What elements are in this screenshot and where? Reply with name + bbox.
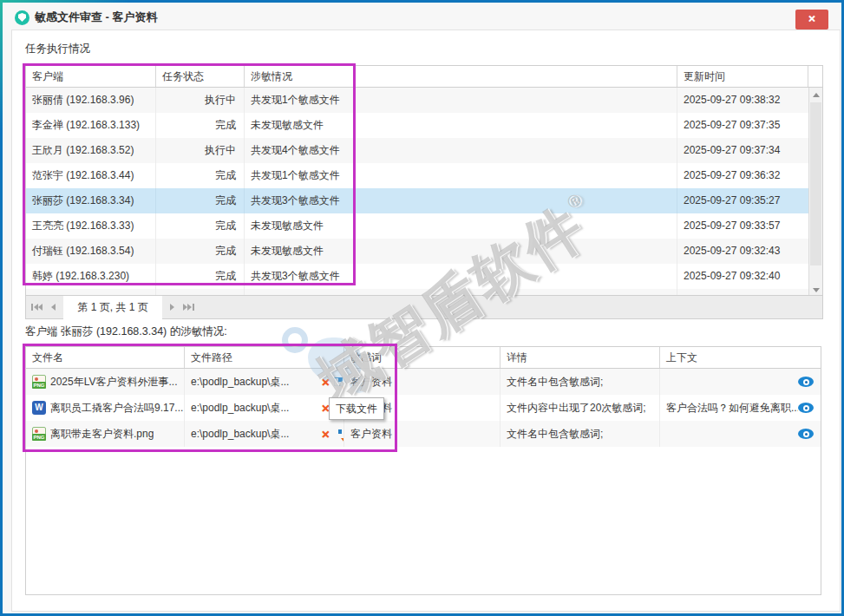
filepath-cell: e:\podlp_backup\桌... +: [185, 421, 344, 447]
context-cell: [660, 369, 821, 395]
column-header-sensitive: 涉敏情况: [245, 66, 677, 87]
filepath-text: e:\podlp_backup\桌...: [191, 421, 319, 447]
last-page-arrow2-icon: [187, 304, 192, 311]
updated-cell: 2025-09-27 09:37:35: [677, 113, 808, 138]
column-header-filename: 文件名: [26, 347, 185, 368]
file-table-rows: 2025年LV客户资料外泄事... e:\podlp_backup\桌... +: [26, 369, 821, 447]
task-table-header: 客户端 任务状态 涉敏情况 更新时间: [26, 66, 822, 88]
filename-cell: 离职员工撬客户合法吗9.17...: [26, 395, 185, 421]
table-row[interactable]: 韩婷 (192.168.3.230) 完成 共发现3个敏感文件 2025-09-…: [26, 264, 808, 289]
sensitive-cell: 共发现1个敏感文件: [245, 88, 677, 113]
file-type-icon: [32, 427, 46, 441]
status-cell: 执行中: [156, 138, 245, 163]
client-cell: 付瑞钰 (192.168.3.54): [26, 239, 156, 264]
updated-cell: 2025-09-27 09:36:32: [677, 163, 808, 188]
table-row[interactable]: 付瑞钰 (192.168.3.54) 完成 未发现敏感文件 2025-09-27…: [26, 239, 808, 264]
view-context-eye-icon[interactable]: [798, 403, 814, 413]
last-page-button[interactable]: [179, 296, 200, 318]
last-page-icon: [193, 304, 194, 311]
page-indicator: 第 1 页, 共 1 页: [63, 296, 162, 319]
filepath-text: e:\podlp_backup\桌...: [191, 395, 319, 421]
client-cell: 王欣月 (192.168.3.52): [26, 138, 156, 163]
client-detail-section-title: 客户端 张丽莎 (192.168.3.34) 的涉敏情况:: [25, 324, 227, 339]
first-page-button[interactable]: [26, 296, 47, 318]
client-cell: 王亮亮 (192.168.3.33): [26, 213, 156, 239]
task-table-body: 张丽倩 (192.168.3.96) 执行中 共发现1个敏感文件 2025-09…: [26, 88, 822, 297]
updated-cell: 2025-09-27 09:35:27: [677, 188, 808, 213]
view-context-eye-icon[interactable]: [798, 377, 814, 387]
table-row[interactable]: 张丽莎 (192.168.3.34) 完成 共发现3个敏感文件 2025-09-…: [26, 188, 808, 213]
next-page-icon: [170, 304, 174, 311]
file-table-header: 文件名 文件路径 敏感词 详情 上下文: [26, 347, 821, 369]
filepath-cell: e:\podlp_backup\桌... +: [185, 395, 344, 421]
table-row[interactable]: 王欣月 (192.168.3.52) 执行中 共发现4个敏感文件 2025-09…: [26, 138, 808, 163]
file-row[interactable]: 2025年LV客户资料外泄事... e:\podlp_backup\桌... +: [26, 369, 821, 395]
title-bar: 敏感文件审查 - 客户资料 +: [5, 5, 839, 29]
keyword-cell: 客户资料: [344, 421, 501, 447]
first-page-icon: [31, 304, 33, 311]
status-cell: 完成: [156, 188, 245, 213]
view-context-eye-icon[interactable]: [798, 429, 814, 439]
sensitive-file-review-window: 敏感文件审查 - 客户资料 + 任务执行情况 客户端 任务状态 涉敏情况 更新时…: [0, 0, 844, 616]
filename-text: 离职带走客户资料.png: [50, 421, 154, 447]
table-row[interactable]: 李金禅 (192.168.3.133) 完成 未发现敏感文件 2025-09-2…: [26, 113, 808, 138]
prev-page-icon: [51, 304, 56, 311]
table-row[interactable]: 王亮亮 (192.168.3.33) 完成 未发现敏感文件 2025-09-27…: [26, 213, 808, 239]
prev-page-button[interactable]: [47, 296, 60, 318]
scrollbar-thumb[interactable]: [810, 102, 821, 265]
sensitive-cell: 共发现4个敏感文件: [245, 138, 677, 163]
task-table-rows: 张丽倩 (192.168.3.96) 执行中 共发现1个敏感文件 2025-09…: [26, 88, 808, 297]
filepath-cell: e:\podlp_backup\桌... +: [185, 369, 344, 395]
pagination-bar: 第 1 页, 共 1 页: [26, 295, 822, 318]
table-row[interactable]: 范张宇 (192.168.3.44) 完成 共发现1个敏感文件 2025-09-…: [26, 163, 808, 188]
shield-app-icon: [15, 10, 29, 25]
client-cell: 张丽倩 (192.168.3.96): [26, 88, 156, 113]
updated-cell: 2025-09-27 09:32:40: [677, 264, 808, 289]
file-row[interactable]: 离职带走客户资料.png e:\podlp_backup\桌... + 客户: [26, 421, 821, 447]
first-page-arrow2-icon: [38, 304, 43, 311]
sensitive-cell: 未发现敏感文件: [245, 239, 677, 264]
close-button[interactable]: +: [795, 10, 828, 29]
sensitive-cell: 共发现1个敏感文件: [245, 163, 677, 188]
filename-text: 2025年LV客户资料外泄事...: [50, 369, 177, 395]
delete-file-icon[interactable]: +: [317, 424, 335, 442]
table-row[interactable]: 张丽倩 (192.168.3.96) 执行中 共发现1个敏感文件 2025-09…: [26, 88, 808, 113]
status-cell: 完成: [156, 113, 245, 138]
next-page-button[interactable]: [166, 296, 179, 318]
filename-text: 离职员工撬客户合法吗9.17...: [50, 395, 183, 421]
filename-cell: 2025年LV客户资料外泄事...: [26, 369, 185, 395]
sensitive-cell: 未发现敏感文件: [245, 213, 677, 239]
filepath-text: e:\podlp_backup\桌...: [191, 369, 319, 395]
close-icon: +: [803, 10, 820, 27]
status-cell: 完成: [156, 239, 245, 264]
client-cell: 韩婷 (192.168.3.230): [26, 264, 156, 289]
vertical-scrollbar[interactable]: [808, 88, 822, 297]
file-table: 文件名 文件路径 敏感词 详情 上下文 2025年LV客户资料外泄事... e:…: [25, 346, 821, 595]
column-header-filepath: 文件路径: [185, 347, 344, 368]
column-header-client: 客户端: [26, 66, 156, 87]
column-header-stub: [808, 66, 822, 87]
task-section-title: 任务执行情况: [25, 42, 90, 56]
file-row[interactable]: 离职员工撬客户合法吗9.17... e:\podlp_backup\桌... +: [26, 395, 821, 421]
filename-cell: 离职带走客户资料.png: [26, 421, 185, 447]
file-type-icon: [32, 375, 46, 389]
detail-cell: 文件名中包含敏感词;: [501, 421, 660, 447]
status-cell: 执行中: [156, 88, 245, 113]
sensitive-cell: 未发现敏感文件: [245, 113, 677, 138]
column-header-detail: 详情: [501, 347, 660, 368]
client-cell: 范张宇 (192.168.3.44): [26, 163, 156, 188]
delete-file-icon[interactable]: +: [317, 372, 335, 390]
context-text: 客户合法吗？如何避免离职...: [666, 395, 798, 421]
status-cell: 完成: [156, 163, 245, 188]
updated-cell: 2025-09-27 09:38:32: [677, 88, 808, 113]
column-header-keyword: 敏感词: [344, 347, 501, 368]
arrow-down-icon: [813, 288, 820, 292]
updated-cell: 2025-09-27 09:32:43: [677, 239, 808, 264]
column-header-context: 上下文: [660, 347, 821, 368]
sensitive-cell: 共发现3个敏感文件: [245, 188, 677, 213]
sensitive-cell: 共发现3个敏感文件: [245, 264, 677, 289]
context-cell: 客户合法吗？如何避免离职...: [660, 395, 821, 421]
scroll-up-button[interactable]: [809, 88, 822, 102]
client-cell: 李金禅 (192.168.3.133): [26, 113, 156, 138]
updated-cell: 2025-09-27 09:33:57: [677, 213, 808, 239]
